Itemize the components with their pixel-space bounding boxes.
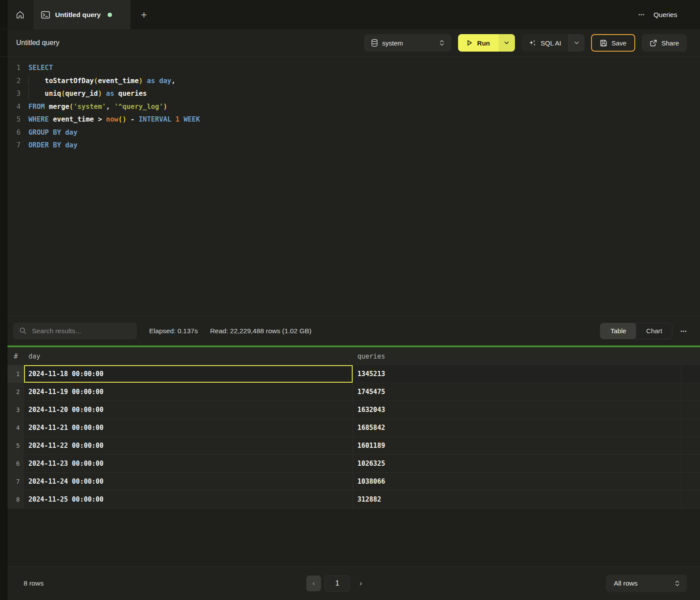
chevron-down-icon — [574, 41, 579, 45]
table-body: 12024-11-18 00:00:00134521322024-11-19 0… — [7, 365, 700, 509]
page-size-selector[interactable]: All rows — [606, 575, 687, 592]
code-line[interactable]: 7ORDER BY day — [7, 139, 700, 152]
run-button[interactable]: Run — [458, 34, 499, 52]
queries-cell[interactable]: 1345213 — [353, 365, 681, 383]
chevron-down-icon — [504, 41, 509, 45]
run-label: Run — [477, 39, 490, 47]
sql-ai-split-button: SQL AI — [522, 34, 584, 52]
filler-cell — [681, 365, 700, 383]
code-line[interactable]: 1SELECT — [7, 62, 700, 75]
code-lines: 1SELECT2 toStartOfDay(event_time) as day… — [7, 62, 700, 152]
view-table-button[interactable]: Table — [600, 323, 636, 339]
row-index-cell: 6 — [7, 455, 24, 472]
results-more-icon[interactable]: ••• — [680, 328, 687, 334]
left-rail-segment — [0, 29, 7, 57]
line-number: 4 — [7, 101, 21, 114]
sparkles-icon — [528, 39, 536, 47]
table-row: 32024-11-20 00:00:001632043 — [7, 401, 700, 419]
save-icon — [600, 39, 607, 47]
tab-bar-right: ••• Queries — [638, 0, 700, 29]
queries-cell[interactable]: 1601189 — [353, 437, 681, 454]
sql-ai-button[interactable]: SQL AI — [522, 34, 568, 52]
new-tab-button[interactable]: + — [130, 0, 158, 29]
elapsed-stat: Elapsed: 0.137s — [149, 327, 198, 335]
sql-console-app: Untitled query + ••• Queries Untitled qu… — [0, 0, 700, 600]
next-page-button[interactable]: › — [360, 579, 362, 587]
left-rail-segment — [0, 0, 7, 29]
day-cell[interactable]: 2024-11-21 00:00:00 — [24, 419, 353, 436]
code-text: FROM merge('system', '^query_log') — [28, 101, 167, 114]
day-cell[interactable]: 2024-11-25 00:00:00 — [24, 491, 353, 508]
prev-page-button[interactable]: ‹ — [306, 576, 321, 591]
column-header-index: # — [7, 347, 24, 365]
code-line[interactable]: 5WHERE event_time > now() - INTERVAL 1 W… — [7, 113, 700, 126]
queries-cell[interactable]: 1026325 — [353, 455, 681, 472]
more-menu-icon[interactable]: ••• — [638, 12, 645, 17]
queries-cell[interactable]: 1745475 — [353, 383, 681, 401]
line-number: 7 — [7, 139, 21, 152]
run-split-button: Run — [458, 34, 515, 52]
queries-cell[interactable]: 1038066 — [353, 473, 681, 490]
current-page-button[interactable]: 1 — [325, 575, 350, 592]
table-row: 22024-11-19 00:00:001745475 — [7, 383, 700, 401]
filler-cell — [681, 473, 700, 490]
day-cell[interactable]: 2024-11-22 00:00:00 — [24, 437, 353, 454]
read-stat: Read: 22,229,488 rows (1.02 GB) — [210, 327, 312, 335]
search-input[interactable] — [32, 327, 131, 335]
queries-cell[interactable]: 1685842 — [353, 419, 681, 436]
database-selector[interactable]: system — [364, 34, 452, 52]
sql-ai-options-button[interactable] — [568, 34, 584, 52]
day-cell[interactable]: 2024-11-23 00:00:00 — [24, 455, 353, 472]
filler-cell — [681, 491, 700, 508]
filler-cell — [681, 401, 700, 419]
line-number: 6 — [7, 126, 21, 140]
code-line[interactable]: 6GROUP BY day — [7, 126, 700, 140]
queries-link[interactable]: Queries — [654, 11, 677, 19]
queries-cell[interactable]: 312882 — [353, 491, 681, 508]
share-button[interactable]: Share — [642, 34, 687, 52]
table-row: 62024-11-23 00:00:001026325 — [7, 455, 700, 473]
pagination: ‹ 1 › — [306, 575, 362, 592]
code-text: ORDER BY day — [28, 139, 77, 152]
view-chart-button[interactable]: Chart — [636, 323, 672, 339]
column-header-filler — [681, 347, 700, 365]
filler-cell — [681, 419, 700, 436]
queries-cell[interactable]: 1632043 — [353, 401, 681, 419]
share-label: Share — [662, 39, 679, 47]
left-rail — [0, 0, 7, 600]
table-row: 12024-11-18 00:00:001345213 — [7, 365, 700, 383]
view-toggle: Table Chart — [600, 323, 672, 339]
code-line[interactable]: 4FROM merge('system', '^query_log') — [7, 101, 700, 114]
code-text: SELECT — [28, 62, 53, 75]
row-index-cell: 4 — [7, 419, 24, 436]
save-button[interactable]: Save — [591, 34, 635, 52]
results-search[interactable] — [13, 323, 137, 339]
column-header-queries[interactable]: queries — [353, 347, 681, 365]
run-options-button[interactable] — [499, 34, 515, 52]
table-header: # day queries — [7, 347, 700, 365]
unsaved-changes-dot — [108, 13, 112, 17]
tab-untitled-query[interactable]: Untitled query — [33, 0, 130, 29]
code-text: GROUP BY day — [28, 126, 77, 140]
code-text: uniq(query_id) as queries — [28, 87, 147, 101]
day-cell[interactable]: 2024-11-24 00:00:00 — [24, 473, 353, 490]
table-row: 42024-11-21 00:00:001685842 — [7, 419, 700, 437]
filler-cell — [681, 455, 700, 472]
table-row: 52024-11-22 00:00:001601189 — [7, 437, 700, 455]
database-icon — [371, 39, 378, 47]
database-selector-value: system — [382, 39, 435, 47]
line-number: 5 — [7, 113, 21, 126]
page-title: Untitled query — [16, 39, 60, 47]
filler-cell — [681, 383, 700, 401]
day-cell[interactable]: 2024-11-18 00:00:00 — [24, 365, 353, 383]
code-line[interactable]: 2 toStartOfDay(event_time) as day, — [7, 75, 700, 88]
sql-editor[interactable]: 1SELECT2 toStartOfDay(event_time) as day… — [7, 57, 700, 316]
filler-cell — [681, 437, 700, 454]
line-number: 1 — [7, 62, 21, 75]
column-header-day[interactable]: day — [24, 347, 353, 365]
day-cell[interactable]: 2024-11-20 00:00:00 — [24, 401, 353, 419]
home-button[interactable] — [7, 0, 33, 29]
row-index-cell: 1 — [7, 365, 24, 383]
code-line[interactable]: 3 uniq(query_id) as queries — [7, 87, 700, 101]
day-cell[interactable]: 2024-11-19 00:00:00 — [24, 383, 353, 401]
